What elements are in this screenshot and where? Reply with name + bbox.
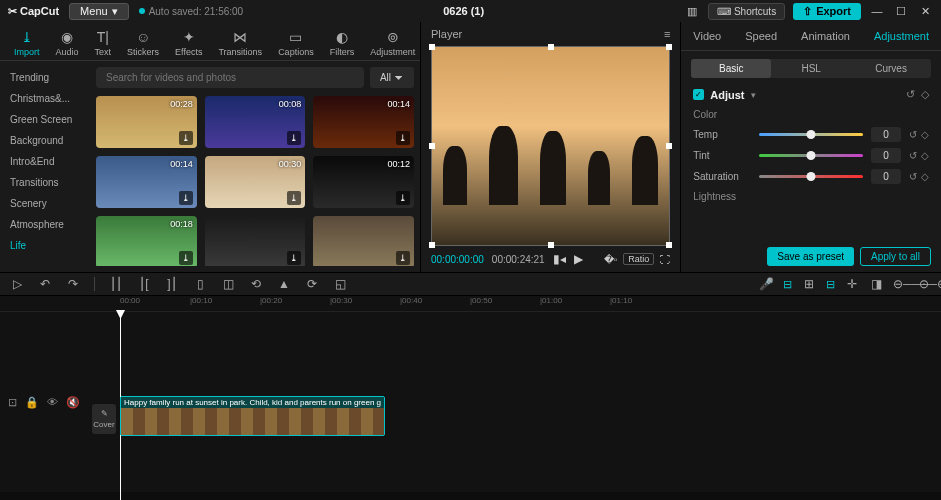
chevron-down-icon[interactable]: ▾ (751, 90, 756, 100)
subtab-hsl[interactable]: HSL (771, 59, 851, 78)
sidebar-item-background[interactable]: Background (0, 130, 90, 151)
keyframe-icon[interactable]: ◇ (921, 150, 929, 161)
reset-icon[interactable]: ↺ (906, 88, 915, 101)
slider-temp[interactable] (759, 133, 863, 136)
download-icon[interactable]: ⤓ (396, 251, 410, 265)
sidebar-item-atmosphere[interactable]: Atmosphere (0, 214, 90, 235)
tab-filters[interactable]: ◐Filters (322, 26, 363, 60)
tab-adjustment[interactable]: ⊚Adjustment (362, 26, 423, 60)
rotate-tool[interactable]: ⟳ (305, 277, 319, 291)
sidebar-item-transitions[interactable]: Transitions (0, 172, 90, 193)
zoom-slider-icon[interactable]: ⊖────⊕ (893, 277, 907, 291)
undo-button[interactable]: ↶ (38, 277, 52, 291)
media-thumb[interactable]: 00:14⤓ (313, 96, 414, 148)
mask-tool[interactable]: ◱ (333, 277, 347, 291)
slider-tint[interactable] (759, 154, 863, 157)
cover-button[interactable]: ✎Cover (92, 404, 116, 434)
tab-text[interactable]: T|Text (87, 26, 120, 60)
sidebar-item-life[interactable]: Life (0, 235, 90, 256)
preview-quality-icon[interactable]: �▫ (604, 254, 618, 265)
ratio-button[interactable]: Ratio (623, 253, 654, 265)
keyframe-icon[interactable]: ◇ (921, 171, 929, 182)
search-input[interactable] (96, 67, 364, 88)
tab-transitions[interactable]: ⋈Transitions (210, 26, 270, 60)
media-thumb[interactable]: 00:08⤓ (205, 96, 306, 148)
sidebar-item-greenscreen[interactable]: Green Screen (0, 109, 90, 130)
fit-icon[interactable]: ⊙ (917, 277, 931, 291)
media-thumb[interactable]: ⤓ (313, 216, 414, 266)
timeline-tracks[interactable]: ⊡ 🔒 👁 🔇 ✎Cover Happy family run at sunse… (0, 312, 941, 492)
timeline-ruler[interactable]: 00:00|00:10|00:20|00:30|00:40|00:50|01:0… (0, 296, 941, 312)
delete-tool[interactable]: ▯ (193, 277, 207, 291)
preview-axis-icon[interactable]: ✛ (845, 277, 859, 291)
shortcuts-button[interactable]: ⌨ Shortcuts (708, 3, 785, 20)
selection-tool[interactable]: ▷ (10, 277, 24, 291)
inspector-tab-video[interactable]: Video (681, 22, 733, 50)
inspector-tab-animation[interactable]: Animation (789, 22, 862, 50)
prev-frame-button[interactable]: ▮◂ (553, 252, 566, 266)
layout-icon[interactable]: ▥ (684, 3, 700, 19)
media-thumb[interactable]: 00:28⤓ (96, 96, 197, 148)
split-tool[interactable]: ⎮⎮ (109, 277, 123, 291)
save-preset-button[interactable]: Save as preset (767, 247, 854, 266)
maximize-button[interactable]: ☐ (893, 3, 909, 19)
sidebar-item-trending[interactable]: Trending (0, 67, 90, 88)
download-icon[interactable]: ⤓ (179, 251, 193, 265)
media-thumb[interactable]: 00:18⤓ (96, 216, 197, 266)
reverse-tool[interactable]: ⟲ (249, 277, 263, 291)
download-icon[interactable]: ⤓ (287, 131, 301, 145)
slider-saturation[interactable] (759, 175, 863, 178)
crop-tool[interactable]: ◫ (221, 277, 235, 291)
track-collapse-icon[interactable]: ⊡ (8, 396, 17, 409)
slider-value-temp[interactable] (871, 127, 901, 142)
minimize-button[interactable]: — (869, 3, 885, 19)
slider-value-saturation[interactable] (871, 169, 901, 184)
mic-icon[interactable]: 🎤 (759, 277, 773, 291)
link-icon[interactable]: ⊞ (802, 277, 816, 291)
download-icon[interactable]: ⤓ (396, 131, 410, 145)
export-button[interactable]: ⇧Export (793, 3, 861, 20)
download-icon[interactable]: ⤓ (396, 191, 410, 205)
tab-import[interactable]: ⤓Import (6, 26, 48, 60)
slider-value-tint[interactable] (871, 148, 901, 163)
filter-all-button[interactable]: All⏷ (370, 67, 414, 88)
sidebar-item-scenery[interactable]: Scenery (0, 193, 90, 214)
split-left-tool[interactable]: ⎮[ (137, 277, 151, 291)
inspector-tab-speed[interactable]: Speed (733, 22, 789, 50)
media-thumb[interactable]: 00:30⤓ (205, 156, 306, 208)
keyframe-icon[interactable]: ◇ (921, 129, 929, 140)
tab-effects[interactable]: ✦Effects (167, 26, 210, 60)
menu-button[interactable]: Menu▾ (69, 3, 129, 20)
adjust-checkbox[interactable]: ✓ (693, 89, 704, 100)
magnet-on-icon[interactable]: ⊟ (783, 278, 792, 291)
snap-icon[interactable]: ⊟ (826, 278, 835, 291)
reset-icon[interactable]: ↺ (909, 171, 917, 182)
media-thumb[interactable]: 00:14⤓ (96, 156, 197, 208)
subtab-curves[interactable]: Curves (851, 59, 931, 78)
download-icon[interactable]: ⤓ (287, 251, 301, 265)
media-thumb[interactable]: 00:12⤓ (313, 156, 414, 208)
reset-icon[interactable]: ↺ (909, 129, 917, 140)
play-button[interactable]: ▶ (574, 252, 583, 266)
tab-stickers[interactable]: ☺Stickers (119, 26, 167, 60)
track-lock-icon[interactable]: 🔒 (25, 396, 39, 409)
mirror-tool[interactable]: ▲ (277, 277, 291, 291)
close-button[interactable]: ✕ (917, 3, 933, 19)
reset-icon[interactable]: ↺ (909, 150, 917, 161)
sidebar-item-introend[interactable]: Intro&End (0, 151, 90, 172)
download-icon[interactable]: ⤓ (179, 191, 193, 205)
subtab-basic[interactable]: Basic (691, 59, 771, 78)
sidebar-item-christmas[interactable]: Christmas&... (0, 88, 90, 109)
tab-captions[interactable]: ▭Captions (270, 26, 322, 60)
split-right-tool[interactable]: ]⎮ (165, 277, 179, 291)
track-visibility-icon[interactable]: 👁 (47, 396, 58, 408)
video-clip[interactable]: Happy family run at sunset in park. Chil… (120, 396, 385, 436)
keyframe-icon[interactable]: ◇ (921, 88, 929, 101)
redo-button[interactable]: ↷ (66, 277, 80, 291)
tab-audio[interactable]: ◉Audio (48, 26, 87, 60)
download-icon[interactable]: ⤓ (287, 191, 301, 205)
inspector-tab-adjustment[interactable]: Adjustment (862, 22, 941, 50)
track-toggle-icon[interactable]: ◨ (869, 277, 883, 291)
media-thumb[interactable]: ⤓ (205, 216, 306, 266)
track-mute-icon[interactable]: 🔇 (66, 396, 80, 409)
